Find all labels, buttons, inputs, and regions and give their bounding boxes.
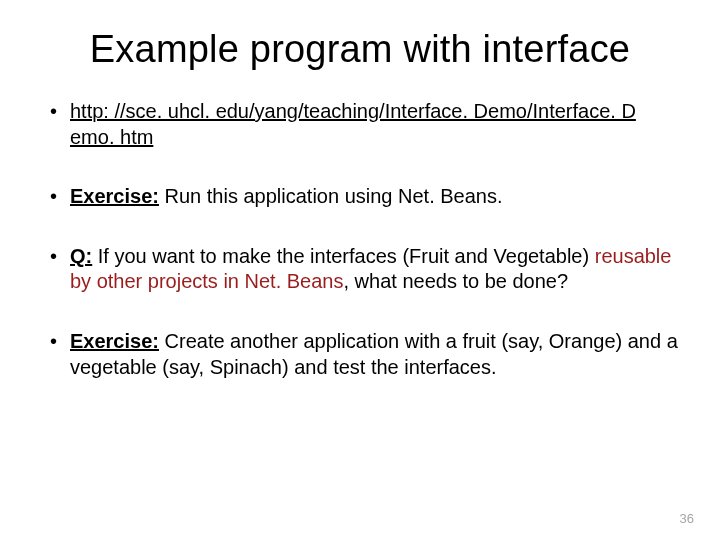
bullet-3-label: Q: — [70, 245, 92, 267]
bullet-list: http: //sce. uhcl. edu/yang/teaching/Int… — [46, 99, 680, 380]
link-url[interactable]: http: //sce. uhcl. edu/yang/teaching/Int… — [70, 100, 636, 148]
bullet-2-text: Run this application using Net. Beans. — [159, 185, 503, 207]
bullet-3: Q: If you want to make the interfaces (F… — [46, 244, 680, 295]
bullet-3-post: , what needs to be done? — [343, 270, 568, 292]
bullet-4-label: Exercise: — [70, 330, 159, 352]
page-number: 36 — [680, 511, 694, 526]
bullet-1: http: //sce. uhcl. edu/yang/teaching/Int… — [46, 99, 680, 150]
bullet-2-label: Exercise: — [70, 185, 159, 207]
bullet-3-pre: If you want to make the interfaces (Frui… — [92, 245, 595, 267]
slide-title: Example program with interface — [40, 28, 680, 71]
bullet-4: Exercise: Create another application wit… — [46, 329, 680, 380]
slide: Example program with interface http: //s… — [0, 0, 720, 540]
bullet-4-text: Create another application with a fruit … — [70, 330, 678, 378]
bullet-2: Exercise: Run this application using Net… — [46, 184, 680, 210]
